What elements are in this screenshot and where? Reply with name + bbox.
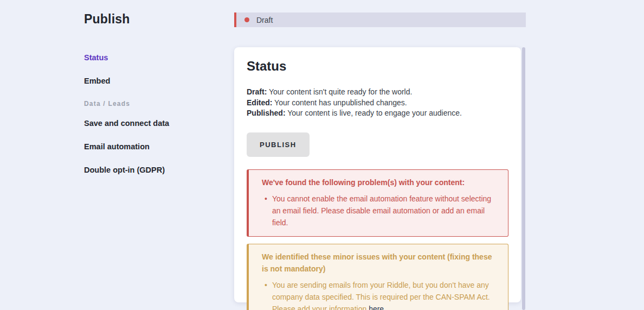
status-heading: Status <box>247 59 508 74</box>
add-information-here-link[interactable]: here <box>369 305 384 310</box>
vertical-scrollbar[interactable] <box>522 47 525 310</box>
draft-status-dot-icon <box>244 17 249 22</box>
published-description-line: Published: Your content is live, ready t… <box>247 108 508 119</box>
warning-alert-title: We identified these minor issues with yo… <box>262 251 499 275</box>
warning-alert: We identified these minor issues with yo… <box>247 244 508 310</box>
sidebar-item-email-automation[interactable]: Email automation <box>84 143 225 150</box>
edited-description-line: Edited: Your content has unpublished cha… <box>247 98 508 109</box>
publish-button[interactable]: PUBLISH <box>247 132 310 157</box>
sidebar-nav: Status Embed Data / Leads Save and conne… <box>84 54 225 189</box>
sidebar-item-embed[interactable]: Embed <box>84 77 225 85</box>
edited-label: Edited: <box>247 98 272 107</box>
publish-status-bar: Draft <box>234 12 526 27</box>
draft-description-line: Draft: Your content isn't quite ready fo… <box>247 87 508 98</box>
sidebar-item-status[interactable]: Status <box>84 54 225 61</box>
published-label: Published: <box>247 109 286 117</box>
sidebar: Publish <box>84 12 220 27</box>
error-alert-item: • You cannot enable the email automation… <box>262 193 499 229</box>
error-alert-title: We've found the following problem(s) wit… <box>262 176 499 188</box>
sidebar-item-double-opt-in[interactable]: Double opt-in (GDPR) <box>84 166 225 174</box>
bullet-icon: • <box>265 193 267 229</box>
warning-alert-item: • You are sending emails from your Riddl… <box>262 279 499 310</box>
sidebar-section-data-leads: Data / Leads <box>84 100 225 107</box>
draft-status-label: Draft <box>256 16 273 24</box>
error-alert-list: • You cannot enable the email automation… <box>262 193 499 229</box>
error-alert: We've found the following problem(s) wit… <box>247 169 508 237</box>
publish-page: Publish Status Embed Data / Leads Save a… <box>0 0 644 310</box>
status-card: Status Draft: Your content isn't quite r… <box>234 47 521 302</box>
status-description: Draft: Your content isn't quite ready fo… <box>247 87 508 119</box>
warning-alert-list: • You are sending emails from your Riddl… <box>262 279 499 310</box>
sidebar-item-save-connect-data[interactable]: Save and connect data <box>84 119 225 127</box>
error-alert-item-text: You cannot enable the email automation f… <box>272 193 499 229</box>
bullet-icon: • <box>265 279 267 310</box>
draft-label: Draft: <box>247 87 267 96</box>
page-title: Publish <box>84 12 220 27</box>
warning-alert-item-text: You are sending emails from your Riddle,… <box>272 279 499 310</box>
